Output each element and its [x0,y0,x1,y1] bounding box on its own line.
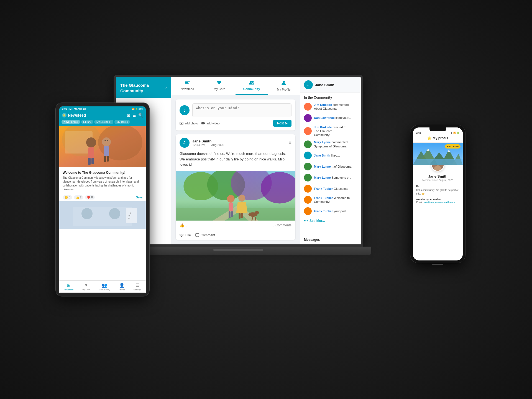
tablet-post-desc: The Glaucoma Community is a new platform… [63,176,142,191]
post-menu-icon[interactable]: ≡ [288,140,291,146]
right-sidebar-avatar: J [304,80,313,89]
nav-tabs: Newsfeed My Care Community [171,77,300,95]
svg-rect-45 [126,208,137,223]
svg-rect-0 [185,81,190,82]
post-header: J Jane Smith 12:44 PM, 13 Aug 2020 ≡ [176,134,295,151]
tablet-bottom-newsfeed-icon: ⊞ [67,283,70,288]
post-submit-btn[interactable]: Post [273,120,291,127]
svg-rect-42 [73,207,132,226]
composer-avatar: J [180,105,190,115]
community-text-3: Jim Kinkade reacted toThe Glaucom...Comm… [314,125,346,137]
community-text-9: Frank Tucker Welcome to Community! [314,196,357,204]
tablet-filter-topics[interactable]: My Topics [114,120,130,124]
community-item-4: Mary Lynne commentedSymptoms of Glaucoma [300,139,361,150]
phone-bio-text: Hello community! So glad to be part of t… [416,188,459,195]
post-more-icon[interactable]: ⋮ [287,232,291,238]
svg-rect-8 [201,122,204,124]
tablet-bottom-profile-label: Profile [119,288,125,291]
tablet-reaction-emoji1[interactable]: 😊 5 [63,195,72,200]
community-section-title: In the Community [300,93,361,101]
tablet-bottom-community[interactable]: 👥 Community [99,283,110,291]
tablet-search-icon[interactable]: 🔍 [138,113,143,117]
scene: The Glaucoma Community ‹ Community [72,75,460,324]
tab-my-care[interactable]: My Care [203,77,236,95]
phone-user-name: Jane Smith [416,174,459,178]
see-more-btn[interactable]: See Mor... [300,217,361,225]
tablet-bottom-newsfeed-label: Newsfeed [63,288,73,291]
composer-top: J [180,103,291,117]
phone-home-indicator[interactable] [432,264,443,265]
svg-rect-38 [104,146,109,156]
tablet-save-btn[interactable]: Save [136,196,142,199]
tablet-bottom-profile[interactable]: 👤 Profile [119,283,125,291]
tablet-app-title: 🌟 Newsfeed [62,113,86,117]
right-sidebar-username: Jane Smith [315,83,334,87]
community-avatar-10 [304,207,312,215]
my-profile-icon [282,80,286,87]
post-input[interactable] [192,103,291,117]
phone-status-icons: ▲ 📶 🔋 [451,132,459,134]
post-author-name: Jane Smith [192,139,286,143]
community-avatar-3 [304,127,312,135]
tablet-bottom-settings[interactable]: ☰ Settings [134,283,142,291]
tablet-action-icons: ⊞ ☰ 🔍 [127,113,143,117]
comments-count[interactable]: 3 Comments [273,223,291,227]
sidebar-collapse-icon[interactable]: ‹ [165,86,167,91]
tab-community[interactable]: Community [236,77,268,95]
svg-rect-1 [185,82,188,83]
phone-edit-profile-btn[interactable]: Edit profile [445,144,461,149]
svg-rect-2 [185,83,189,84]
phone-email: Email: info@responsumhealth.com [416,201,459,204]
svg-rect-20 [239,213,241,218]
tablet-filter-library[interactable]: Library [81,120,93,124]
phone-cover-image: Edit profile [413,143,463,165]
tablet-reaction-emoji2[interactable]: 👍 2 [74,195,84,200]
community-item-9: Frank Tucker Welcome to Community! [300,194,361,206]
svg-point-28 [307,220,308,221]
community-avatar-5 [304,152,312,159]
tablet-bottom-mycare-label: My Care [82,288,90,291]
tablet-post-title: Welcome to The Glaucoma Community! [63,171,142,175]
tablet-grid-icon[interactable]: ⊞ [127,113,130,117]
tablet-filter-new-for-me[interactable]: New For Me [62,120,80,124]
reactions-count: 6 [186,223,188,227]
comment-btn[interactable]: Comment [195,233,215,237]
tablet-logo-icon: 🌟 [62,113,66,117]
tablet-bottom-settings-icon: ☰ [135,283,139,288]
tablet-bottom-my-care[interactable]: ♥ My Care [82,283,90,291]
svg-point-15 [227,195,234,202]
tablet-list-icon[interactable]: ☰ [132,113,136,117]
my-profile-label: My Profile [277,88,291,91]
tablet-nav-bar: 🌟 Newsfeed ⊞ ☰ 🔍 [59,111,146,120]
community-avatar-6 [304,163,312,170]
svg-rect-35 [88,158,91,165]
tablet-bottom-community-icon: 👥 [102,283,107,288]
phone-title-star-icon: 🌟 [427,136,431,140]
svg-rect-39 [104,156,106,162]
tablet-feed: Welcome to The Glaucoma Community! The G… [59,126,146,273]
post-reactions: 👍 6 3 Comments [176,221,295,230]
community-avatar-9 [304,196,312,204]
phone-email-link[interactable]: info@responsumhealth.com [424,201,455,204]
messages-section: Messages [300,235,361,244]
like-btn[interactable]: Like [180,233,191,237]
add-video-btn[interactable]: add video [201,122,220,125]
community-text-1: Jim Kinkade commentedAbout Glaucoma [314,103,349,111]
svg-point-27 [305,220,306,221]
tablet-status-bar: 3:03 PM Thu Aug 12 📶 🔋 82% [59,106,146,111]
community-avatar-4 [304,140,312,148]
tablet-filter-notebook[interactable]: My Notebook [94,120,113,124]
like-emoji: 👍 [180,223,184,227]
tablet-status-icons: 📶 🔋 82% [132,108,143,110]
tablet-device: 3:03 PM Thu Aug 12 📶 🔋 82% 🌟 Newsfeed ⊞ … [55,103,150,296]
svg-point-26 [304,220,305,221]
tab-newsfeed[interactable]: Newsfeed [171,77,203,95]
svg-point-37 [102,137,111,146]
svg-rect-36 [91,158,94,164]
tablet-second-post-image: E FP TOZ [59,201,146,229]
tab-my-profile[interactable]: My Profile [268,77,300,95]
tablet-reaction-emoji3[interactable]: ❤️ 0 [85,195,95,200]
tablet-bottom-newsfeed[interactable]: ⊞ Newsfeed [63,283,73,291]
add-photo-btn[interactable]: add photo [180,122,198,125]
feed-area: J add photo [171,95,300,244]
